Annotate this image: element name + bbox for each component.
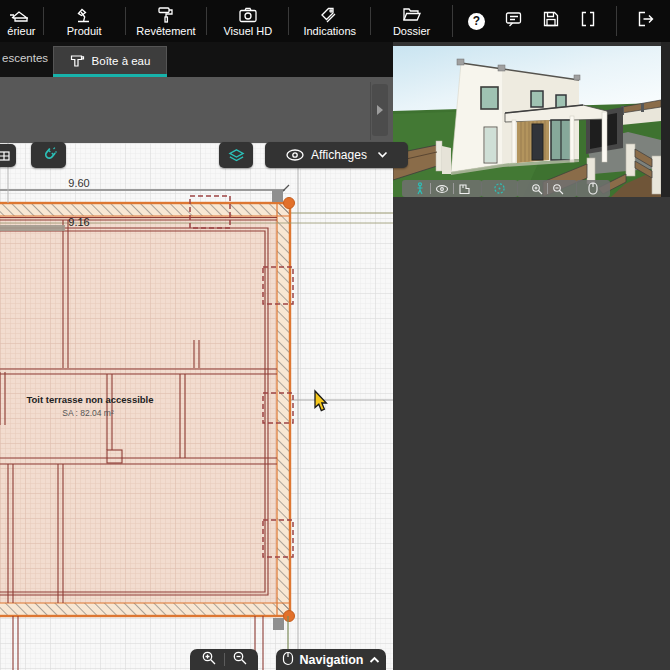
orbit-icon: [493, 182, 506, 195]
save-icon[interactable]: [542, 10, 560, 32]
window: [556, 95, 566, 108]
chevron-down-icon: [377, 151, 388, 159]
navigation-label: Navigation: [300, 653, 364, 667]
exit-icon[interactable]: [636, 10, 655, 32]
chevron-right-icon: [377, 105, 383, 115]
plan-tool-button-partial[interactable]: [0, 144, 16, 167]
dimension-outer-label: 9.60: [68, 177, 89, 189]
collapsed-property-panel: [0, 77, 393, 143]
floorplan-icon[interactable]: [458, 183, 470, 195]
chevron-up-icon: [369, 653, 380, 667]
toolbar-separator: [616, 6, 617, 36]
mouse-icon: [588, 182, 598, 195]
viewport-top-strip: [393, 42, 661, 46]
layers-button[interactable]: [219, 142, 253, 168]
tab-boite-a-eau[interactable]: Boîte à eau: [53, 46, 167, 75]
top-toolbar: érieur Produit Revêtement: [0, 0, 670, 42]
camera-icon: [237, 6, 259, 23]
toolbar-item-label: érieur: [7, 25, 35, 37]
paint-roller-icon: [156, 6, 176, 23]
affichages-dropdown[interactable]: Affichages: [265, 142, 408, 168]
orbit-mode-button[interactable]: [481, 180, 518, 197]
divider: [224, 653, 225, 666]
roof-label-title: Toit terrasse non accessible: [26, 394, 153, 405]
window: [481, 87, 498, 109]
3d-viewport[interactable]: [393, 42, 661, 197]
pipe-icon: [70, 53, 85, 70]
toolbar-item-label: Visuel HD: [223, 25, 272, 37]
magnet-snap-button[interactable]: [31, 142, 66, 168]
panel-expand-handle[interactable]: [372, 84, 388, 136]
corner-handle[interactable]: [284, 198, 295, 209]
roof-label-area: SA : 82.04 m²: [62, 408, 114, 418]
fullscreen-icon[interactable]: [579, 10, 597, 32]
toolbar-item-label: Revêtement: [136, 25, 195, 37]
divider: [547, 183, 548, 194]
mouse-icon: [282, 651, 294, 669]
help-icon[interactable]: ?: [468, 13, 485, 30]
lamp-icon: [74, 6, 94, 23]
eye-icon[interactable]: [435, 184, 449, 194]
toolbar-item-label: Produit: [67, 25, 102, 37]
entry-door: [532, 124, 543, 160]
toolbar-item-dossier[interactable]: Dossier: [371, 0, 452, 42]
3d-zoom-group: [517, 180, 577, 197]
folder-icon: [401, 6, 422, 23]
eye-icon: [285, 148, 305, 162]
resize-handle[interactable]: [273, 618, 284, 630]
walk-person-icon[interactable]: [414, 182, 426, 195]
zoom-in-icon[interactable]: [201, 650, 217, 670]
comment-icon[interactable]: [504, 10, 523, 33]
beam: [0, 225, 65, 231]
viewport-right-margin: [661, 42, 670, 197]
toolbar-actions: ?: [453, 0, 670, 42]
toolbar-item-exterieur[interactable]: érieur: [0, 0, 43, 42]
panel-divider: [370, 82, 371, 140]
magnet-icon: [40, 146, 58, 164]
zoom-out-icon[interactable]: [232, 650, 248, 670]
tab-descentes[interactable]: escentes: [2, 52, 48, 64]
affichages-label: Affichages: [311, 148, 367, 162]
3d-navigation-button[interactable]: [576, 180, 610, 197]
toolbar-item-indications[interactable]: Indications: [289, 0, 370, 42]
toolbar-item-revetement[interactable]: Revêtement: [126, 0, 207, 42]
3d-view-mode-group: [402, 180, 482, 197]
tab-label: Boîte à eau: [92, 55, 151, 67]
tags-icon: [319, 6, 340, 23]
right-3d-panel: [393, 42, 670, 670]
dimension-inner-label: 9.16: [68, 216, 89, 228]
zoom-in-icon[interactable]: [531, 183, 543, 195]
toolbar-item-label: Indications: [303, 25, 356, 37]
zoom-button-group: [190, 649, 258, 670]
zoom-out-icon[interactable]: [552, 183, 564, 195]
navigation-button[interactable]: Navigation: [276, 649, 386, 670]
layers-icon: [228, 147, 245, 164]
roof-terrace[interactable]: [0, 203, 290, 616]
window: [531, 91, 543, 107]
resize-handle[interactable]: [272, 190, 283, 202]
floorplan-canvas[interactable]: 9.60 9.16 Toit terrasse non accessible S…: [0, 143, 393, 670]
active-tab-underline: [53, 74, 167, 77]
toolbar-item-visuel-hd[interactable]: Visuel HD: [207, 0, 288, 42]
secondary-tab-bar: escentes Boîte à eau: [0, 42, 393, 77]
exterior-icon: [10, 6, 32, 23]
window: [484, 127, 497, 163]
divider: [453, 183, 454, 194]
divider: [430, 183, 431, 194]
toolbar-item-produit[interactable]: Produit: [44, 0, 125, 42]
corner-handle[interactable]: [284, 611, 295, 622]
toolbar-item-label: Dossier: [393, 25, 430, 37]
